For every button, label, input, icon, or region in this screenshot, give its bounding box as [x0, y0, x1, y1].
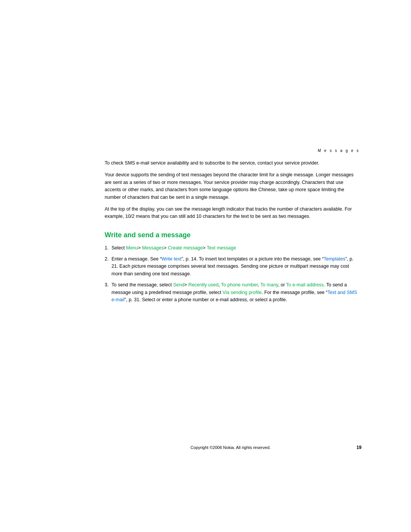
- paragraph-1: To check SMS e-mail service availability…: [105, 160, 360, 167]
- link-text-message[interactable]: Text message: [207, 245, 236, 251]
- link-send[interactable]: Send: [173, 282, 184, 288]
- footer-copyright: Copyright ©2006 Nokia. All rights reserv…: [105, 445, 357, 450]
- list-item-1-text: Select Menu> Messages> Create message> T…: [112, 245, 236, 251]
- link-menu[interactable]: Menu: [126, 245, 138, 251]
- link-write-text[interactable]: Write text: [161, 256, 182, 262]
- paragraph-3: At the top of the display, you can see t…: [105, 206, 360, 220]
- list-item: 2. Enter a message. See “Write text”, p.…: [105, 256, 360, 278]
- link-to-phone-number[interactable]: To phone number: [221, 282, 258, 288]
- list-item-3-text: To send the message, select Send> Recent…: [112, 282, 357, 302]
- list-number: 1.: [105, 244, 108, 252]
- link-create-message[interactable]: Create message: [168, 245, 203, 251]
- page: M e s s a g e s To check SMS e-mail serv…: [0, 0, 411, 532]
- list-number: 2.: [105, 256, 108, 263]
- link-messages[interactable]: Messages: [142, 245, 164, 251]
- instructions-list: 1. Select Menu> Messages> Create message…: [105, 244, 360, 304]
- section-heading: Write and send a message: [105, 231, 360, 239]
- link-templates[interactable]: Templates: [323, 256, 345, 262]
- list-item: 1. Select Menu> Messages> Create message…: [105, 244, 360, 252]
- footer-page-number: 19: [357, 445, 362, 450]
- section-header-label: M e s s a g e s: [105, 149, 360, 153]
- list-number: 3.: [105, 281, 108, 289]
- list-item: 3. To send the message, select Send> Rec…: [105, 281, 360, 304]
- link-to-email-address[interactable]: To e-mail address: [286, 282, 324, 288]
- list-item-2-text: Enter a message. See “Write text”, p. 14…: [112, 256, 354, 276]
- link-to-many[interactable]: To many: [260, 282, 278, 288]
- page-footer: Copyright ©2006 Nokia. All rights reserv…: [0, 445, 411, 450]
- content-area: M e s s a g e s To check SMS e-mail serv…: [105, 149, 360, 307]
- paragraph-2: Your device supports the sending of text…: [105, 171, 360, 201]
- link-recently-used[interactable]: Recently used: [188, 282, 218, 288]
- link-via-sending-profile[interactable]: Via sending profile: [223, 290, 262, 295]
